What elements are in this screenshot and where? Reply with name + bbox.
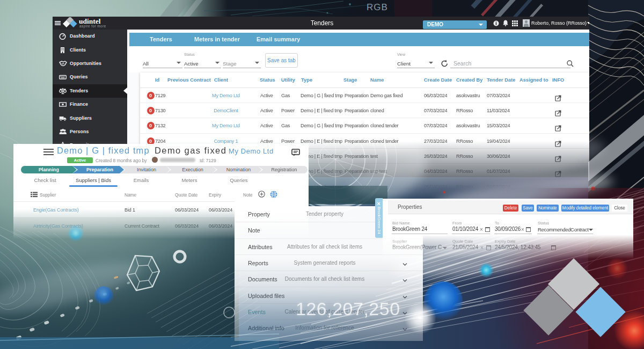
svg-text:RGB: RGB xyxy=(367,2,388,12)
